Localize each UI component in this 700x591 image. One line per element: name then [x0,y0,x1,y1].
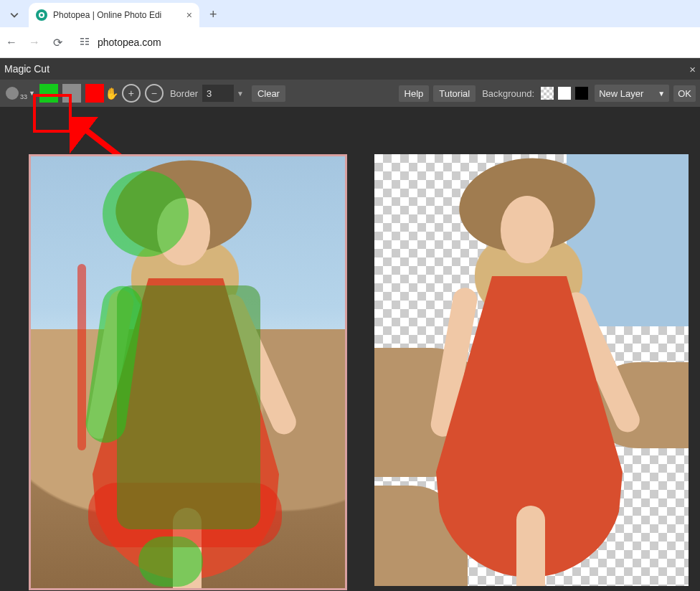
favicon-icon [36,9,47,21]
ok-button[interactable]: OK [673,85,696,102]
bg-black-swatch[interactable] [575,87,588,100]
new-tab-button[interactable]: + [209,7,217,22]
bg-transparent-swatch[interactable] [541,87,554,100]
browser-tab[interactable]: Photopea | Online Photo Edi × [29,3,199,27]
bg-white-swatch[interactable] [558,87,571,100]
clear-button[interactable]: Clear [252,85,285,102]
tutorial-button[interactable]: Tutorial [433,85,476,102]
background-color-swatch[interactable] [85,84,104,103]
brush-preview-icon[interactable] [6,87,19,100]
border-label: Border [170,88,198,99]
output-layer-select[interactable]: New Layer ▼ [595,85,669,102]
brush-size-dropdown-icon[interactable]: ▼ [29,90,35,97]
zoom-out-icon[interactable]: − [145,84,164,103]
svg-rect-5 [85,41,89,42]
foreground-mask-stroke [138,536,203,587]
url-text: photopea.com [98,37,161,48]
dialog-title: Magic Cut [4,63,49,75]
reload-button[interactable]: ⟳ [46,36,69,49]
help-button[interactable]: Help [399,85,430,102]
result-image-panel[interactable] [374,154,689,586]
hand-tool-icon[interactable]: ✋ [104,87,120,100]
neutral-color-swatch[interactable] [62,84,81,103]
svg-point-1 [40,14,43,16]
close-dialog-icon[interactable]: × [689,63,696,75]
foreground-color-swatch[interactable] [39,84,58,103]
canvas-area [0,107,700,591]
svg-rect-4 [80,41,84,42]
svg-rect-3 [85,38,89,39]
address-bar[interactable]: photopea.com [75,32,700,53]
svg-rect-2 [80,38,84,39]
source-image-panel[interactable] [29,154,347,590]
site-settings-icon[interactable] [79,37,90,49]
border-dropdown-icon[interactable]: ▼ [237,90,244,98]
brush-size-value: 33 [20,93,27,100]
back-button[interactable]: ← [0,36,23,49]
tab-dropdown[interactable] [3,4,26,26]
tab-title: Photopea | Online Photo Edi [53,10,161,20]
background-mask-stroke [77,264,86,450]
foreground-mask-stroke [103,171,189,257]
chevron-down-icon: ▼ [658,90,665,98]
close-tab-icon[interactable]: × [186,9,192,21]
output-layer-value: New Layer [599,88,643,99]
forward-button[interactable]: → [23,36,46,49]
svg-rect-6 [80,44,84,45]
zoom-in-icon[interactable]: + [122,84,141,103]
svg-rect-7 [85,44,89,45]
border-input[interactable] [202,85,234,102]
background-label: Background: [482,88,534,99]
